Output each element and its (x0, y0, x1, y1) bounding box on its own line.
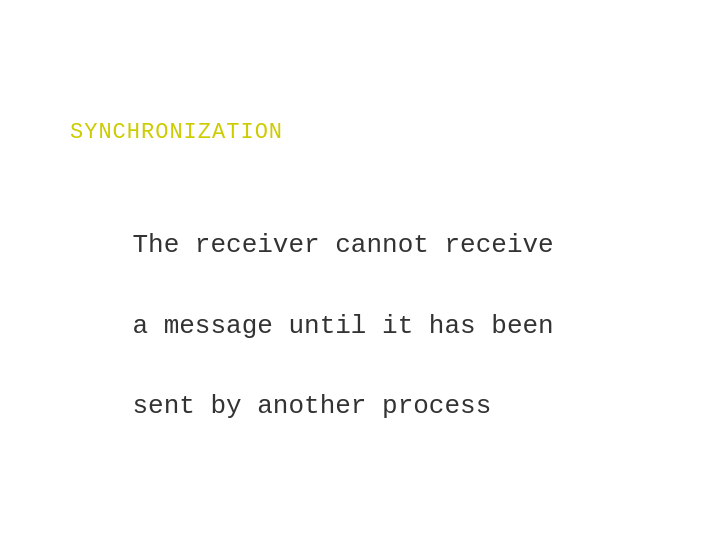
body-line-1: The receiver cannot receive (132, 230, 553, 260)
body-line-3: sent by another process (132, 391, 491, 421)
slide-body: The receiver cannot receive a message un… (70, 185, 554, 467)
slide-title: SYNCHRONIZATION (70, 120, 283, 145)
slide-container: SYNCHRONIZATION The receiver cannot rece… (0, 0, 720, 540)
body-line-2: a message until it has been (132, 311, 553, 341)
